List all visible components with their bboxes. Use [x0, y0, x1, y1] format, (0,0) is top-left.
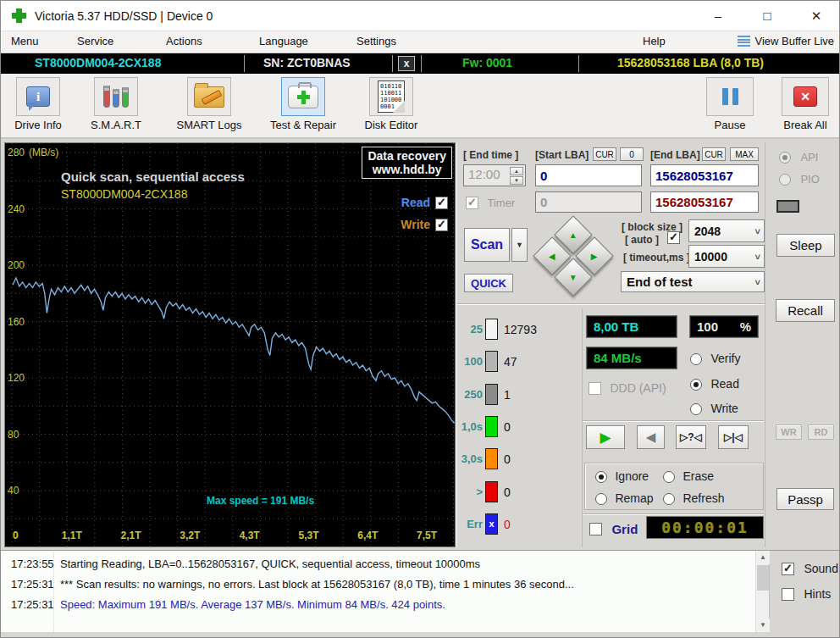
test-repair-label: Test & Repair — [270, 119, 336, 131]
bin-swatch-100 — [485, 351, 498, 372]
ddd-api-option[interactable]: DDD (API) — [589, 380, 666, 396]
victoria-app-window: Victoria 5.37 HDD/SSD | Device 0 – □ ✕ M… — [0, 0, 840, 638]
speed-graph-canvas: 2802402001601208040(MB/s)01,1T2,1T3,2T4,… — [5, 143, 455, 546]
minimize-button[interactable]: – — [694, 1, 743, 31]
percent-display: 100% — [689, 315, 759, 338]
verify-option[interactable]: Verify — [690, 351, 740, 366]
view-buffer-live[interactable]: View Buffer Live — [738, 35, 834, 47]
maximize-button[interactable]: □ — [743, 1, 792, 31]
rd-button[interactable]: RD — [808, 424, 834, 440]
bin-swatch-1s — [485, 416, 498, 437]
end-time-label: [ End time ] — [463, 149, 518, 161]
start-lba-current-field — [535, 191, 642, 213]
sound-toggle[interactable]: Sound — [782, 561, 838, 576]
max-speed-note: Max speed = 191 MB/s — [207, 495, 314, 507]
menu-item-actions[interactable]: Actions — [166, 35, 202, 47]
hints-checkbox[interactable] — [782, 588, 794, 601]
disk-editor-button[interactable]: 010110 110011 101000 0001 Disk Editor — [358, 77, 424, 131]
serial-hide-button[interactable]: x — [398, 56, 415, 71]
smart-logs-button[interactable]: SMART Logs — [169, 77, 250, 131]
block-size-combo[interactable]: 2048˅ — [688, 219, 765, 242]
remap-option[interactable]: Remap — [595, 491, 654, 506]
scroll-thumb[interactable] — [757, 565, 769, 591]
pause-icon — [722, 88, 738, 105]
recall-button[interactable]: Recall — [776, 299, 835, 322]
sound-checkbox[interactable] — [782, 563, 794, 575]
seek-question-button[interactable]: ▷?◁ — [676, 425, 706, 449]
menu-item-help[interactable]: Help — [643, 35, 666, 47]
api-option[interactable]: API — [779, 149, 818, 164]
scroll-down-icon[interactable]: ▼ — [756, 619, 770, 632]
ignore-option[interactable]: Ignore — [595, 469, 649, 484]
grid-checkbox[interactable] — [589, 523, 602, 535]
ddd-api-checkbox[interactable] — [589, 382, 601, 395]
smart-button[interactable]: S.M.A.R.T — [82, 77, 150, 131]
read-radio[interactable] — [690, 379, 702, 391]
scroll-up-icon[interactable]: ▲ — [756, 551, 770, 564]
svg-text:40: 40 — [8, 485, 19, 497]
start-backward-button[interactable]: ◀ — [637, 425, 665, 449]
menu-item-language[interactable]: Language — [259, 35, 308, 47]
passp-button[interactable]: Passp — [776, 488, 834, 510]
erase-option[interactable]: Erase — [663, 469, 714, 484]
scan-button[interactable]: Scan — [464, 228, 510, 262]
pio-radio[interactable] — [779, 174, 791, 186]
end-time-spinner[interactable]: ▲▼ — [510, 167, 523, 185]
test-control-panel: [ End time ] [Start LBA] CUR 0 [End LBA]… — [456, 142, 765, 547]
pio-option[interactable]: PIO — [779, 171, 820, 186]
start-lba-zero-button[interactable]: 0 — [620, 147, 644, 161]
remap-radio[interactable] — [595, 493, 607, 505]
auto-checkbox[interactable] — [667, 231, 680, 244]
scan-dropdown-button[interactable]: ▼ — [511, 228, 528, 262]
read-option[interactable]: Read — [690, 376, 739, 391]
write-curve-checkbox[interactable] — [435, 219, 448, 231]
end-lba-cur-button[interactable]: CUR — [702, 147, 726, 161]
timer-toggle[interactable]: Timer — [466, 195, 515, 210]
buffer-list-icon — [738, 36, 750, 47]
grid-toggle[interactable]: Grid — [589, 521, 638, 536]
break-all-button[interactable]: ✕ Break All — [773, 77, 837, 131]
write-curve-toggle[interactable]: Write — [401, 218, 448, 231]
refresh-radio[interactable] — [663, 493, 675, 505]
test-repair-button[interactable]: Test & Repair — [263, 77, 343, 131]
timer-label: Timer — [487, 197, 515, 209]
end-lba-input[interactable] — [650, 164, 759, 186]
hints-toggle[interactable]: Hints — [782, 586, 831, 602]
close-button[interactable]: ✕ — [792, 1, 840, 31]
write-option[interactable]: Write — [690, 401, 738, 416]
read-curve-toggle[interactable]: Read — [401, 196, 448, 209]
start-lba-input[interactable] — [535, 164, 642, 186]
log-scrollbar[interactable]: ▲ ▼ — [755, 551, 769, 632]
quick-button[interactable]: QUICK — [464, 274, 513, 292]
write-radio[interactable] — [690, 403, 702, 415]
svg-text:160: 160 — [8, 316, 25, 328]
verify-radio[interactable] — [690, 353, 702, 365]
svg-text:5,3T: 5,3T — [298, 530, 319, 541]
seek-to-end-button[interactable]: ▷|◁ — [718, 425, 749, 449]
api-radio[interactable] — [779, 152, 791, 164]
bin-row-250: 250 1 — [457, 384, 580, 406]
menu-item-settings[interactable]: Settings — [356, 35, 396, 47]
ignore-radio[interactable] — [595, 471, 607, 483]
watermark-line2: www.hdd.by — [368, 163, 446, 176]
erase-radio[interactable] — [663, 471, 675, 483]
drive-info-button[interactable]: i Drive Info — [6, 77, 70, 131]
timer-checkbox[interactable] — [466, 197, 478, 209]
wr-button[interactable]: WR — [776, 424, 802, 440]
start-lba-cur-button[interactable]: CUR — [593, 147, 616, 161]
log-time: 17:23:55 — [11, 558, 53, 570]
refresh-option[interactable]: Refresh — [663, 491, 724, 506]
window-title: Victoria 5.37 HDD/SSD | Device 0 — [35, 9, 213, 23]
end-lba-max-button[interactable]: MAX — [730, 147, 759, 161]
end-action-combo[interactable]: End of test˅ — [621, 271, 765, 292]
read-curve-checkbox[interactable] — [435, 197, 448, 209]
speed-graph: 2802402001601208040(MB/s)01,1T2,1T3,2T4,… — [4, 142, 456, 547]
start-forward-button[interactable]: ▶ — [586, 425, 625, 449]
timeout-combo[interactable]: 10000˅ — [688, 245, 765, 268]
sleep-button[interactable]: Sleep — [776, 234, 835, 257]
end-time-field[interactable]: 12:00 ▲▼ — [463, 164, 526, 186]
pause-button[interactable]: Pause — [704, 77, 756, 131]
break-x-icon: ✕ — [793, 86, 817, 107]
menu-item-menu[interactable]: Menu — [11, 35, 39, 47]
menu-item-service[interactable]: Service — [77, 35, 113, 47]
